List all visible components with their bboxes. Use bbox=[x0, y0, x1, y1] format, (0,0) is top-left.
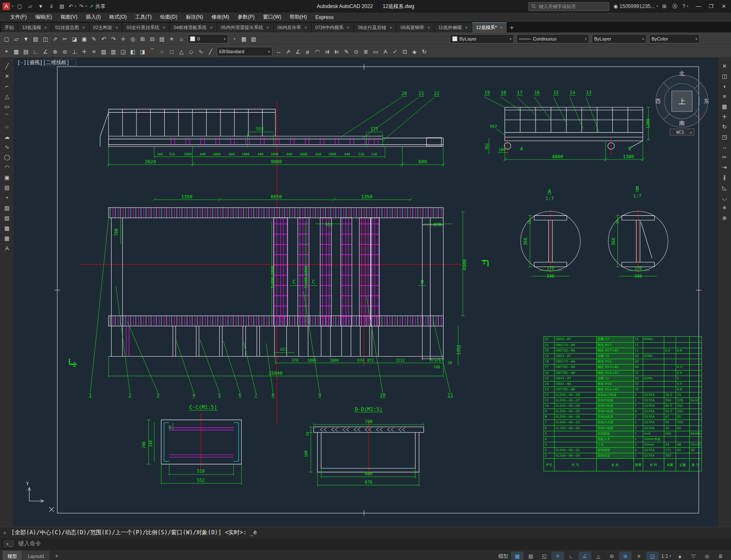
multiline-text-icon[interactable]: A bbox=[2, 243, 12, 253]
menu-item-2[interactable]: 视图(V) bbox=[56, 13, 82, 22]
layer-sun-icon[interactable]: ☀ bbox=[167, 34, 177, 44]
isolate-objects-icon[interactable]: ◎ bbox=[701, 552, 713, 560]
menu-item-0[interactable]: 文件(F) bbox=[6, 13, 31, 22]
layer-states-icon[interactable]: ▦ bbox=[239, 34, 249, 44]
help-icon[interactable]: ?▾ bbox=[680, 2, 690, 11]
open-file-icon[interactable]: ▱ bbox=[25, 2, 35, 11]
explode-icon[interactable]: ✳ bbox=[719, 203, 730, 213]
redo-icon[interactable]: ↷▾ bbox=[78, 2, 88, 11]
file-tab-0[interactable]: 开始 bbox=[1, 23, 18, 32]
tab-close-icon[interactable]: ✕ bbox=[115, 26, 119, 30]
plotstyle-control-combo[interactable]: ByColor ▾ bbox=[649, 34, 700, 43]
linetype-control-combo[interactable]: Continuous ▾ bbox=[516, 34, 589, 43]
autoscale-icon[interactable]: ▽ bbox=[687, 552, 700, 560]
osnap-toggle-icon[interactable]: ⊕ bbox=[619, 552, 632, 560]
maximize-icon[interactable]: ❐ bbox=[705, 1, 717, 12]
move-icon[interactable]: ✛ bbox=[719, 112, 730, 122]
tolerance-icon[interactable]: ▭ bbox=[371, 47, 380, 57]
app-logo-icon[interactable]: A▾ bbox=[2, 2, 14, 11]
file-tab-10[interactable]: 09高竖钢带✕ bbox=[397, 23, 435, 32]
regen-icon[interactable]: ↻ bbox=[419, 47, 429, 57]
save-as-icon[interactable]: ⇓ bbox=[46, 2, 57, 11]
snap-mode-icon[interactable]: ▦ bbox=[11, 47, 21, 57]
construction-line-icon[interactable]: ✕ bbox=[2, 71, 12, 81]
tab-close-icon[interactable]: ✕ bbox=[304, 26, 307, 30]
ellipse-icon[interactable]: ◯ bbox=[2, 152, 12, 162]
menu-item-3[interactable]: 插入(I) bbox=[82, 13, 105, 22]
close-icon[interactable]: ✕ bbox=[3, 530, 6, 536]
new-layout-icon[interactable]: + bbox=[50, 552, 63, 560]
paper-model-toggle-button[interactable]: 模型 bbox=[497, 552, 510, 560]
lineweight-display-icon[interactable]: ≡ bbox=[89, 47, 99, 57]
dynamic-input-icon[interactable]: ✛ bbox=[552, 552, 564, 560]
tab-close-icon[interactable]: ✕ bbox=[347, 26, 350, 30]
selection-cycling-icon[interactable]: ◲ bbox=[646, 552, 659, 560]
file-tab-7[interactable]: 06内后吊带✕ bbox=[274, 23, 312, 32]
ortho-toggle-icon[interactable]: ∟ bbox=[565, 552, 578, 560]
pan-realtime-icon[interactable]: ✛ bbox=[118, 34, 128, 44]
file-tab-1[interactable]: 13低顶模✕ bbox=[18, 23, 52, 32]
array-icon[interactable]: ▦ bbox=[719, 102, 730, 111]
object-snap-icon[interactable]: ⊕ bbox=[50, 47, 60, 57]
layer-isolate-icon[interactable]: ▧ bbox=[249, 34, 258, 44]
make-block-icon[interactable]: ▤ bbox=[2, 183, 12, 192]
tab-close-icon[interactable]: ✕ bbox=[44, 26, 47, 30]
annotation-visibility-icon[interactable]: ◧ bbox=[128, 47, 138, 57]
transparency-icon[interactable]: ▨ bbox=[99, 47, 109, 57]
zoom-previous-icon[interactable]: ⊟ bbox=[147, 34, 157, 44]
annotation-scale-button[interactable]: 1:1▾ bbox=[660, 552, 673, 560]
layer-combo[interactable]: 0 ▾ bbox=[188, 34, 228, 43]
qsave-icon[interactable]: ▼ bbox=[21, 34, 31, 44]
publish-icon[interactable]: ⇗ bbox=[50, 34, 60, 44]
menu-item-1[interactable]: 编辑(E) bbox=[31, 13, 56, 22]
close-icon[interactable]: ✕ bbox=[717, 1, 730, 12]
fillet-icon[interactable]: ◡ bbox=[719, 193, 730, 203]
grid-display-icon[interactable]: ▤ bbox=[21, 47, 31, 57]
infer-constraints-icon[interactable]: ⌖ bbox=[2, 47, 11, 57]
tab-close-icon[interactable]: ✕ bbox=[82, 26, 85, 30]
scale-icon[interactable]: ◳ bbox=[719, 132, 730, 142]
otrack-toggle-icon[interactable]: ⊘ bbox=[606, 552, 618, 560]
revision-cloud-icon[interactable]: ☁ bbox=[2, 132, 12, 142]
snap-toggle-icon[interactable]: ▤ bbox=[524, 552, 537, 560]
match-properties-icon[interactable]: ✎ bbox=[89, 34, 99, 44]
arc-icon[interactable]: ⌒ bbox=[147, 47, 157, 57]
region-icon[interactable]: ▩ bbox=[2, 223, 12, 233]
user-icon[interactable]: ◉15059991235...▾ bbox=[613, 2, 659, 11]
tab-close-icon[interactable]: ✕ bbox=[465, 26, 468, 30]
polygon-icon[interactable]: △ bbox=[177, 47, 186, 57]
color-control-combo[interactable]: ByLayer ▾ bbox=[450, 34, 514, 43]
dim-diameter-icon[interactable]: ⌀ bbox=[303, 47, 313, 57]
menu-item-11[interactable]: 帮助(H) bbox=[285, 13, 311, 22]
trim-icon[interactable]: ✂ bbox=[719, 152, 730, 162]
quick-properties-icon[interactable]: ▥ bbox=[109, 47, 118, 57]
isodraft-icon[interactable]: △ bbox=[592, 552, 605, 560]
file-tab-4[interactable]: 03走行悬挂系统✕ bbox=[122, 23, 170, 32]
file-tab-11[interactable]: 11低外侧模✕ bbox=[435, 23, 472, 32]
annotation-visibility-icon[interactable]: ▲ bbox=[674, 552, 686, 560]
rotate-icon[interactable]: ↻ bbox=[719, 122, 730, 132]
tab-close-icon[interactable]: ✕ bbox=[163, 26, 166, 30]
line-icon[interactable]: ╱ bbox=[206, 47, 215, 57]
ortho-mode-icon[interactable]: ∟ bbox=[31, 47, 41, 57]
plot-icon[interactable]: ▤ bbox=[57, 2, 67, 11]
copy-clip-icon[interactable]: ◪ bbox=[70, 34, 79, 44]
hatch-icon[interactable]: ▨ bbox=[2, 203, 12, 213]
break-icon[interactable]: ∦ bbox=[719, 173, 730, 182]
layer-properties-icon[interactable]: ▤ bbox=[157, 34, 167, 44]
insert-block-icon[interactable]: ▣ bbox=[2, 173, 12, 182]
model-tab-button[interactable]: 模型 bbox=[3, 551, 22, 560]
paste-clip-icon[interactable]: ▣ bbox=[79, 34, 89, 44]
ellipse-arc-icon[interactable]: ◠ bbox=[2, 162, 12, 172]
zoom-realtime-icon[interactable]: ◎ bbox=[128, 34, 138, 44]
new-file-icon[interactable]: ▢ bbox=[15, 2, 25, 11]
table-icon[interactable]: ▦ bbox=[2, 233, 12, 243]
polyline-icon[interactable]: ⌐ bbox=[2, 81, 12, 91]
tab-close-icon[interactable]: ✕ bbox=[389, 26, 393, 30]
file-tab-5[interactable]: 04前移滑船系统✕ bbox=[170, 23, 217, 32]
dim-aligned-icon[interactable]: ⇗ bbox=[283, 47, 293, 57]
text-icon[interactable]: A bbox=[380, 47, 390, 57]
share-icon[interactable]: ↗共享 bbox=[89, 2, 106, 11]
point-icon[interactable]: • bbox=[2, 193, 12, 203]
qnew-icon[interactable]: ▢ bbox=[2, 34, 11, 44]
